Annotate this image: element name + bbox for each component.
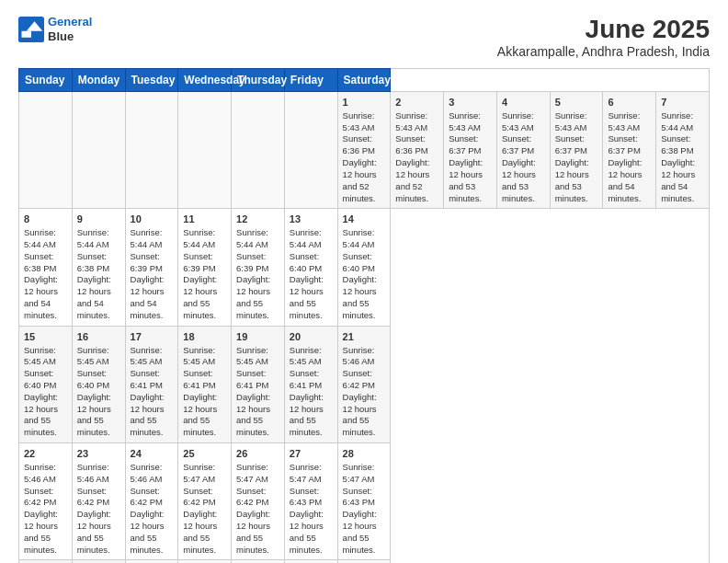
day-number: 20 <box>290 330 333 344</box>
day-number: 27 <box>290 447 333 461</box>
calendar-cell <box>125 92 178 209</box>
cell-info: Daylight: 12 hours <box>183 274 226 298</box>
cell-info: Sunrise: 5:46 AM <box>343 345 386 369</box>
cell-info: and 55 minutes. <box>131 415 174 439</box>
month-title: June 2025 <box>497 15 710 44</box>
cell-info: Sunset: 6:38 PM <box>661 133 704 157</box>
cell-info: Sunset: 6:41 PM <box>131 368 174 392</box>
cell-info: Sunset: 6:42 PM <box>77 486 120 510</box>
cell-info: Daylight: 12 hours <box>395 157 438 181</box>
cell-info: and 53 minutes. <box>502 181 545 205</box>
cell-info: and 55 minutes. <box>343 298 386 322</box>
calendar-cell <box>72 92 125 209</box>
cell-info: Sunset: 6:39 PM <box>131 251 174 275</box>
cell-info: and 54 minutes. <box>661 181 704 205</box>
day-number: 15 <box>24 330 67 344</box>
calendar-cell: 14Sunrise: 5:44 AMSunset: 6:40 PMDayligh… <box>337 209 391 326</box>
calendar-cell: 18Sunrise: 5:45 AMSunset: 6:41 PMDayligh… <box>178 326 232 442</box>
cell-info: Sunrise: 5:43 AM <box>449 110 492 134</box>
cell-info: Daylight: 12 hours <box>24 509 67 533</box>
day-number: 24 <box>131 447 174 461</box>
cell-info: Sunset: 6:40 PM <box>290 251 333 275</box>
cell-info: Sunrise: 5:47 AM <box>236 462 279 486</box>
calendar-cell: 1Sunrise: 5:43 AMSunset: 6:36 PMDaylight… <box>337 92 391 209</box>
cell-info: Sunset: 6:41 PM <box>236 368 279 392</box>
calendar-cell: 2Sunrise: 5:43 AMSunset: 6:36 PMDaylight… <box>391 92 444 209</box>
cell-info: Sunrise: 5:46 AM <box>77 462 120 486</box>
calendar-cell: 13Sunrise: 5:44 AMSunset: 6:40 PMDayligh… <box>284 209 337 326</box>
cell-info: and 54 minutes. <box>77 298 120 322</box>
day-number: 19 <box>236 330 279 344</box>
cell-info: Daylight: 12 hours <box>77 509 120 533</box>
day-number: 26 <box>236 447 279 461</box>
header-cell-saturday: Saturday <box>337 69 391 92</box>
cell-info: Daylight: 12 hours <box>183 509 226 533</box>
cell-info: Sunrise: 5:45 AM <box>183 345 226 369</box>
cell-info: Sunset: 6:43 PM <box>343 486 386 510</box>
cell-info: Sunrise: 5:44 AM <box>77 227 120 251</box>
day-number: 1 <box>343 96 386 109</box>
day-number: 6 <box>608 96 651 109</box>
header-cell-tuesday: Tuesday <box>125 69 178 92</box>
cell-info: and 54 minutes. <box>608 181 651 205</box>
cell-info: Sunset: 6:37 PM <box>608 133 651 157</box>
calendar-cell: 28Sunrise: 5:47 AMSunset: 6:43 PMDayligh… <box>337 443 391 560</box>
cell-info: Sunset: 6:42 PM <box>343 368 386 392</box>
cell-info: Sunrise: 5:44 AM <box>24 227 67 251</box>
header-cell-monday: Monday <box>72 69 125 92</box>
calendar-cell <box>232 92 285 209</box>
cell-info: Sunrise: 5:44 AM <box>183 227 226 251</box>
calendar-cell: 8Sunrise: 5:44 AMSunset: 6:38 PMDaylight… <box>19 209 73 326</box>
day-number: 21 <box>343 330 386 344</box>
cell-info: Daylight: 12 hours <box>502 157 545 181</box>
calendar-cell: 4Sunrise: 5:43 AMSunset: 6:37 PMDaylight… <box>496 92 550 209</box>
cell-info: Daylight: 12 hours <box>555 157 598 181</box>
location-title: Akkarampalle, Andhra Pradesh, India <box>497 44 710 59</box>
cell-info: Sunset: 6:42 PM <box>131 486 174 510</box>
cell-info: Sunset: 6:36 PM <box>395 133 438 157</box>
cell-info: Sunrise: 5:47 AM <box>183 462 226 486</box>
cell-info: Sunset: 6:39 PM <box>183 251 226 275</box>
calendar-cell: 11Sunrise: 5:44 AMSunset: 6:39 PMDayligh… <box>178 209 232 326</box>
calendar-table: SundayMondayTuesdayWednesdayThursdayFrid… <box>18 68 710 563</box>
logo-icon <box>18 17 44 42</box>
header: General Blue June 2025 Akkarampalle, And… <box>18 15 710 59</box>
day-number: 18 <box>183 330 226 344</box>
cell-info: Sunrise: 5:46 AM <box>24 462 67 486</box>
cell-info: and 55 minutes. <box>343 415 386 439</box>
cell-info: and 54 minutes. <box>24 298 67 322</box>
cell-info: Daylight: 12 hours <box>661 157 704 181</box>
cell-info: Sunrise: 5:46 AM <box>131 462 174 486</box>
cell-info: and 55 minutes. <box>236 415 279 439</box>
cell-info: Sunset: 6:37 PM <box>502 133 545 157</box>
cell-info: Sunrise: 5:44 AM <box>343 227 386 251</box>
cell-info: and 55 minutes. <box>290 533 333 557</box>
day-number: 23 <box>77 447 120 461</box>
day-number: 11 <box>183 213 226 226</box>
calendar-cell: 10Sunrise: 5:44 AMSunset: 6:39 PMDayligh… <box>125 209 178 326</box>
cell-info: Sunset: 6:40 PM <box>24 368 67 392</box>
day-number: 16 <box>77 330 120 344</box>
cell-info: Sunrise: 5:45 AM <box>24 345 67 369</box>
cell-info: Sunset: 6:43 PM <box>290 486 333 510</box>
cell-info: and 55 minutes. <box>343 533 386 557</box>
calendar-cell: 3Sunrise: 5:43 AMSunset: 6:37 PMDaylight… <box>444 92 497 209</box>
day-number: 28 <box>343 447 386 461</box>
cell-info: and 52 minutes. <box>395 181 438 205</box>
cell-info: Sunrise: 5:43 AM <box>502 110 545 134</box>
cell-info: Sunrise: 5:47 AM <box>343 462 386 486</box>
cell-info: Daylight: 12 hours <box>290 274 333 298</box>
calendar-body: 1Sunrise: 5:43 AMSunset: 6:36 PMDaylight… <box>19 92 710 564</box>
calendar-header-row: SundayMondayTuesdayWednesdayThursdayFrid… <box>19 69 710 92</box>
cell-info: and 55 minutes. <box>236 533 279 557</box>
cell-info: Daylight: 12 hours <box>236 274 279 298</box>
logo: General Blue <box>18 15 92 43</box>
cell-info: Sunset: 6:38 PM <box>77 251 120 275</box>
calendar-cell: 5Sunrise: 5:43 AMSunset: 6:37 PMDaylight… <box>550 92 603 209</box>
cell-info: Sunrise: 5:45 AM <box>77 345 120 369</box>
cell-info: Daylight: 12 hours <box>131 509 174 533</box>
calendar-cell: 22Sunrise: 5:46 AMSunset: 6:42 PMDayligh… <box>19 443 73 560</box>
day-number: 5 <box>555 96 598 109</box>
calendar-row: 22Sunrise: 5:46 AMSunset: 6:42 PMDayligh… <box>19 443 710 560</box>
cell-info: Sunrise: 5:43 AM <box>555 110 598 134</box>
